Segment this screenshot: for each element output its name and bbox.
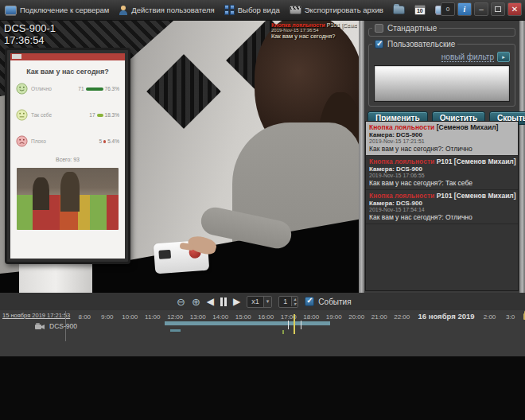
timeline-panel[interactable]: 15 ноября 2019 17:21:53 8:00 9:00 10:00 … (0, 310, 525, 356)
event-marker (301, 321, 301, 329)
camera-name-overlay: DCS-900-1 (4, 22, 56, 34)
standard-filters-group: Стандартные (368, 24, 515, 37)
tick-label: 14:00 (209, 313, 232, 321)
event-timestamp: 2019-Nov-15 17:21:51 (369, 138, 515, 145)
film-icon (290, 6, 301, 14)
step-spinner[interactable]: 1 (278, 296, 298, 308)
current-position-link[interactable]: 15 ноября 2019 17:21:53 (2, 312, 70, 319)
event-camera: Камера: DCS-900 (369, 200, 515, 207)
tick-label: 20:00 (345, 313, 368, 321)
option-label: Плохо (31, 138, 46, 144)
archive-fragment (170, 329, 181, 332)
event-subject: Р101 [Семенов Михаил] (437, 158, 516, 165)
custom-filters-checkbox[interactable] (375, 40, 383, 49)
layout-grid-icon (224, 5, 235, 15)
timeline-ticks: 8:00 9:00 10:00 11:00 12:00 13:00 14:00 … (73, 312, 525, 321)
event-overlay-subject: Р101 [Семенов Михаил] (327, 22, 357, 28)
option-percent: 18.3% (105, 112, 119, 118)
folder-button[interactable] (393, 6, 405, 14)
vertical-scrollbar[interactable] (359, 21, 364, 298)
kiosk-titlebar (10, 53, 125, 60)
kiosk-monitor: Как вам у нас сегодня? Отлично 71 76.3% (5, 48, 130, 264)
speed-dropdown[interactable]: x1 (247, 296, 272, 308)
tick-label: 2:00 (480, 313, 500, 321)
option-bar (97, 114, 103, 117)
kiosk-option-row: Плохо 5 5.4% (10, 128, 125, 154)
previous-frame-button[interactable] (207, 297, 214, 306)
event-item[interactable]: Кнопка лояльности Р101 [Семенов Михаил] … (366, 156, 518, 190)
vertical-scrollbar[interactable] (519, 21, 525, 298)
option-bar (86, 88, 103, 91)
kiosk-question: Как вам у нас сегодня? (10, 68, 125, 76)
filters-panel: Стандартные Пользовательские новый фильт… (364, 21, 519, 293)
event-overlay-question: Как вам у нас сегодня? (271, 33, 357, 40)
calendar-icon: 10 (414, 5, 426, 15)
user-actions-button[interactable]: Действия пользователя (119, 6, 214, 15)
grocery-person (60, 172, 80, 212)
user-actions-label: Действия пользователя (131, 6, 214, 14)
export-archive-button[interactable]: Экспортировать архив (290, 6, 383, 14)
option-percent: 76.3% (105, 86, 119, 91)
timeline-camera-row[interactable]: DCS-900 (35, 322, 77, 330)
kiosk-option-row: Отлично 71 76.3% (10, 76, 125, 102)
event-subject: [Семенов Михаил] (437, 123, 499, 131)
view-select-button[interactable]: Выбор вида (224, 5, 280, 15)
kiosk-screen: Как вам у нас сегодня? Отлично 71 76.3% (10, 53, 125, 259)
window-controls: 0 i – ✕ (441, 2, 522, 16)
close-button[interactable]: ✕ (508, 2, 522, 16)
play-button[interactable] (233, 297, 240, 306)
event-overlay-title: Кнопка лояльности (271, 22, 325, 28)
tick-label: 18:00 (300, 313, 323, 321)
event-overlay: Кнопка лояльности Р101 [Семенов Михаил] … (271, 22, 357, 40)
kiosk-option-row: Так себе 17 18.3% (10, 102, 125, 128)
standard-filters-checkbox[interactable] (375, 24, 383, 33)
tick-label: 11:00 (142, 313, 165, 321)
speed-value: x1 (247, 298, 263, 305)
zoom-in-icon[interactable] (192, 297, 200, 307)
tick-label: 9:00 (96, 313, 119, 321)
option-bar (103, 140, 106, 143)
grocery-image (17, 168, 119, 230)
sad-face-icon (16, 135, 28, 147)
tick-label: 22:00 (391, 313, 414, 321)
kiosk-total: Всего: 93 (10, 157, 125, 162)
neutral-face-icon (16, 109, 28, 121)
custom-filters-label: Пользовательские (387, 40, 455, 49)
new-filter-add-button[interactable] (497, 52, 510, 62)
zoom-out-icon[interactable] (177, 297, 185, 307)
event-item[interactable]: Кнопка лояльности Р101 [Семенов Михаил] … (366, 190, 518, 224)
minimize-button[interactable]: – (474, 2, 488, 16)
badge-button[interactable]: 0 (441, 2, 455, 16)
archive-bar[interactable] (165, 321, 330, 325)
grocery-person (33, 177, 49, 210)
tick-label: 8:00 (73, 313, 96, 321)
spinner-arrows[interactable] (291, 297, 298, 306)
event-timestamp: 2019-Nov-15 17:06:55 (369, 173, 515, 179)
custom-filters-listbox[interactable] (374, 65, 510, 102)
event-item-selected[interactable]: Кнопка лояльности [Семенов Михаил] Камер… (366, 122, 518, 156)
camera-time-overlay: 17:36:54 (4, 34, 56, 46)
pause-button[interactable] (220, 298, 227, 306)
tick-label: 12:00 (164, 313, 187, 321)
events-checkbox[interactable] (305, 297, 314, 306)
tick-label: 16:00 (255, 313, 278, 321)
tick-label: 10:00 (119, 313, 142, 321)
tick-label: 13:00 (187, 313, 210, 321)
export-archive-label: Экспортировать архив (305, 6, 383, 14)
kiosk-tab (12, 54, 21, 59)
connect-servers-button[interactable]: Подключение к серверам (5, 6, 109, 15)
happy-face-icon (16, 83, 28, 95)
new-filter-link[interactable]: новый фильтр (441, 52, 494, 62)
playhead[interactable] (294, 314, 295, 334)
chevron-down-icon[interactable] (263, 297, 272, 307)
folder-icon (393, 6, 405, 14)
calendar-button[interactable]: 10 (414, 5, 426, 15)
info-button[interactable]: i (457, 2, 472, 16)
event-title: Кнопка лояльности (369, 158, 434, 165)
user-icon (119, 6, 128, 15)
event-marker (288, 321, 289, 329)
custom-filters-group: Пользовательские новый фильтр (368, 40, 515, 107)
maximize-button[interactable] (491, 2, 505, 16)
option-label: Отлично (31, 86, 52, 91)
video-view[interactable]: Как вам у нас сегодня? Отлично 71 76.3% (0, 21, 359, 293)
